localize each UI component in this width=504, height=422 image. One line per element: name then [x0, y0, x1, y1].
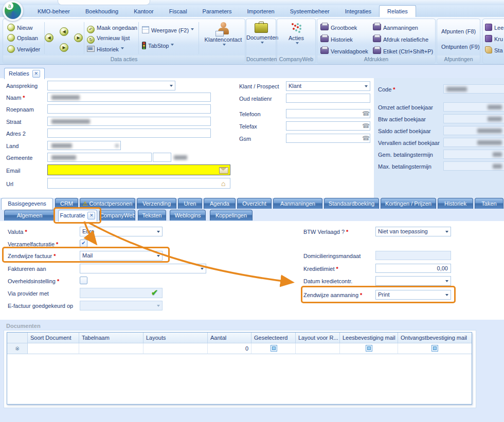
documenten-button[interactable]: Documenten [246, 22, 276, 47]
grid-cell-layout-voor-r[interactable] [296, 343, 340, 354]
app-logo[interactable]: a [3, 1, 23, 21]
historiek-print-button[interactable]: Historiek [320, 35, 353, 44]
historiek-button[interactable]: Historiek [87, 45, 124, 54]
ribbon-tab-relaties[interactable]: Relaties [379, 5, 416, 17]
faktureren-aan-label: Faktureren aan [8, 266, 46, 272]
subtab-facturatie[interactable]: Facturatie✕ [58, 210, 97, 222]
url-input[interactable] [47, 178, 230, 189]
grid-header-layouts[interactable]: Layouts [143, 333, 208, 343]
telefax-input[interactable] [286, 121, 370, 131]
tabstop-button[interactable]: TabStop [142, 42, 174, 50]
ribbon-tab-kantoor[interactable]: Kantoor [126, 6, 161, 17]
grid-header-layout-voor-r[interactable]: Layout voor R... [296, 333, 340, 343]
record-last-button[interactable]: ▶ [74, 33, 83, 42]
close-icon[interactable]: ✕ [87, 212, 95, 219]
ribbon-tab-integraties[interactable]: Integraties [337, 6, 379, 17]
grootboek-button[interactable]: Grootboek [320, 24, 357, 32]
kru-button[interactable]: Kru [485, 35, 503, 44]
ribbon-tab-kmo-beheer[interactable]: KMO-beheer [30, 6, 78, 17]
klant-prospect-select[interactable]: Klant [286, 81, 370, 91]
subtab-weblogins[interactable]: Weblogins [170, 210, 206, 221]
subtab-algemeen[interactable]: Algemeen [4, 210, 55, 221]
nieuw-button[interactable]: Nieuw [7, 24, 33, 32]
weergave-button[interactable]: Weergave (F2) [142, 26, 194, 35]
geselecteerd-checkbox[interactable] [271, 345, 277, 352]
valuta-select[interactable]: Euro [80, 227, 163, 236]
tab-crm[interactable]: CRM [55, 198, 78, 209]
leesbevestiging-checkbox[interactable] [366, 345, 372, 352]
tab-kortingen-prijzen[interactable]: Kortingen / Prijzen [381, 198, 436, 209]
ontpunten-button[interactable]: Ontpunten (F9) [441, 43, 480, 51]
vervaldagboek-button[interactable]: Vervaldagboek [320, 47, 368, 56]
overheidsinstelling-checkbox[interactable] [80, 277, 87, 284]
gemeente-extra-input[interactable] [153, 153, 171, 162]
grid-cell-tabelnaam[interactable] [79, 343, 143, 354]
document-tab-relaties[interactable]: Relaties✕ [4, 68, 45, 79]
tab-uren[interactable]: Uren [178, 198, 202, 209]
grid-cell-layouts[interactable] [143, 343, 208, 354]
grid-cell-aantal[interactable]: 0 [208, 343, 251, 354]
tab-historiek[interactable]: Historiek [438, 198, 473, 209]
maak-ongedaan-button[interactable]: ↶Maak ongedaan [87, 24, 137, 32]
datum-kredietcontr-select[interactable] [375, 276, 451, 286]
ribbon-tab-parameters[interactable]: Parameters [195, 6, 240, 17]
tab-agenda[interactable]: Agenda [204, 198, 236, 209]
tab-basisgegevens[interactable]: Basisgegevens [1, 198, 53, 210]
etiket-button[interactable]: Etiket (Ctrl+Shift+P) [373, 47, 433, 56]
documenten-grid[interactable]: Soort Document Tabelnaam Layouts Aantal … [7, 332, 472, 405]
vernieuw-lijst-button[interactable]: ↻Vernieuw lijst [87, 34, 130, 43]
klantencontact-button[interactable]: Klantencontact [201, 22, 246, 49]
tab-contactpersonen[interactable]: ⚠Contactpersonen [80, 198, 135, 209]
phone-icon: ☎ [362, 122, 370, 130]
zendwijze-aanmaning-select[interactable]: Print [375, 290, 451, 300]
email-icon[interactable] [219, 167, 228, 174]
grid-cell-soort-document[interactable] [28, 343, 79, 354]
subtab-teksten[interactable]: Teksten [138, 210, 166, 221]
ribbon-tab-systeembeheer[interactable]: Systeembeheer [282, 6, 337, 17]
kredietlimiet-input[interactable]: 0,00 [375, 264, 451, 273]
home-icon[interactable]: ⌂ [221, 179, 225, 188]
roepnaam-input[interactable] [47, 104, 211, 114]
afdruk-relatiefiche-button[interactable]: Afdruk relatiefiche [373, 35, 428, 44]
opslaan-button[interactable]: Opslaan [7, 34, 38, 43]
record-first-button[interactable]: ◀ [45, 33, 53, 42]
oud-relatienr-input[interactable] [286, 94, 370, 103]
aanspreking-select[interactable] [47, 81, 175, 90]
gemeente-label: Gemeente [6, 155, 32, 161]
grid-header-aantal[interactable]: Aantal [208, 333, 251, 343]
close-icon[interactable]: ✕ [32, 70, 40, 78]
telefoon-input[interactable] [286, 109, 370, 118]
record-next-button[interactable]: ▶ [60, 43, 68, 52]
verwijder-button[interactable]: Verwijder [7, 45, 40, 54]
grid-header-geselecteerd[interactable]: Geselecteerd [251, 333, 296, 343]
faktureren-aan-select[interactable] [80, 264, 206, 273]
subtab-koppelingen[interactable]: Koppelingen [210, 210, 253, 221]
ontvangstbevestiging-checkbox[interactable] [431, 345, 438, 352]
verzamelfacturatie-checkbox[interactable]: ✔ [80, 240, 87, 247]
grid-header-leesbevestiging[interactable]: Leesbevestiging mail [340, 333, 398, 343]
record-prev-button[interactable]: ◀ [60, 27, 68, 36]
tab-standaardboeking[interactable]: Standaardboeking [324, 198, 379, 209]
zendwijze-factuur-select[interactable]: Mail [80, 251, 163, 261]
ribbon-tab-boekhouding[interactable]: Boekhouding [78, 6, 126, 17]
adres2-input[interactable] [47, 129, 211, 138]
ribbon-tab-importeren[interactable]: Importeren [239, 6, 282, 17]
subtab-companyweb[interactable]: CompanyWeb [99, 210, 135, 221]
tab-taken[interactable]: Taken [475, 198, 503, 209]
tab-aanmaningen[interactable]: Aanmaningen [273, 198, 322, 209]
grid-header-tabelnaam[interactable]: Tabelnaam [79, 333, 143, 343]
sta-button[interactable]: Sta [485, 46, 503, 55]
lee-button[interactable]: Lee [485, 24, 503, 32]
acties-button[interactable]: Acties [277, 22, 315, 47]
gsm-input[interactable] [286, 134, 370, 143]
ribbon-tab-fiscaal[interactable]: Fiscaal [161, 6, 195, 17]
afpunten-button[interactable]: Afpunten (F8) [441, 27, 476, 36]
grid-header-ontvangstbevestiging[interactable]: Ontvangstbevestiging mail [398, 333, 472, 343]
btw-verlaagd-select[interactable]: Niet van toepassing [375, 227, 451, 236]
tab-verzending[interactable]: Verzending [137, 198, 176, 209]
grid-header-soort-document[interactable]: Soort Document [28, 333, 79, 343]
quick-access-toolbar[interactable] [58, 0, 150, 5]
tab-overzicht[interactable]: Overzicht [237, 198, 272, 209]
aanmaningen-print-button[interactable]: Aanmaningen [373, 24, 418, 32]
email-input[interactable] [47, 164, 230, 175]
